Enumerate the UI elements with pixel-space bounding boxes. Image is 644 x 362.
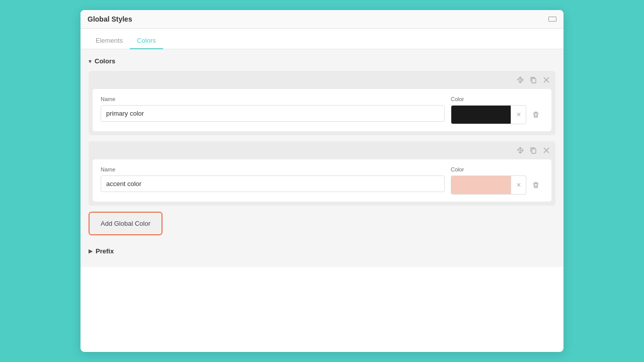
tab-bar: Elements Colors bbox=[80, 29, 564, 49]
name-input-1[interactable] bbox=[101, 175, 445, 192]
prefix-chevron[interactable]: ▶ bbox=[89, 248, 93, 254]
minimize-button[interactable] bbox=[548, 17, 556, 22]
svg-rect-0 bbox=[532, 78, 536, 83]
colors-chevron[interactable]: ▾ bbox=[89, 58, 92, 65]
prefix-title: Prefix bbox=[96, 247, 114, 255]
fields-row-1: Name Color ✕ bbox=[101, 166, 543, 195]
x-svg-1 bbox=[543, 147, 550, 154]
copy-svg-1 bbox=[530, 147, 537, 154]
x-svg bbox=[543, 76, 550, 83]
svg-rect-1 bbox=[532, 149, 536, 153]
color-label-1: Color bbox=[451, 166, 543, 172]
color-wrapper-0: ✕ bbox=[451, 105, 543, 124]
color-field-group-1: Color ✕ bbox=[451, 166, 543, 195]
panel-title: Global Styles bbox=[88, 15, 132, 23]
color-clear-btn-0[interactable]: ✕ bbox=[511, 105, 526, 124]
move-svg bbox=[517, 76, 524, 83]
name-label-0: Name bbox=[101, 96, 445, 102]
color-field-group-0: Color ✕ bbox=[451, 96, 543, 124]
card-toolbar-1 bbox=[93, 145, 551, 155]
tab-elements[interactable]: Elements bbox=[89, 33, 130, 49]
prefix-section: ▶ Prefix bbox=[89, 243, 555, 259]
name-field-group-1: Name bbox=[101, 166, 445, 192]
copy-svg bbox=[530, 76, 537, 83]
panel-titlebar: Global Styles bbox=[80, 10, 564, 29]
color-card-0: Name Color ✕ bbox=[89, 71, 555, 135]
color-label-0: Color bbox=[451, 96, 543, 102]
global-styles-panel: Global Styles Elements Colors ▾ Colors bbox=[80, 10, 564, 352]
color-wrapper-1: ✕ bbox=[451, 175, 543, 195]
card-content-1: Name Color ✕ bbox=[93, 159, 551, 202]
color-swatch-1[interactable] bbox=[451, 175, 511, 195]
color-delete-btn-0[interactable] bbox=[528, 105, 543, 124]
fields-row-0: Name Color ✕ bbox=[101, 96, 543, 124]
color-swatch-0[interactable] bbox=[451, 105, 511, 124]
card-toolbar-0 bbox=[93, 75, 551, 85]
color-card-1: Name Color ✕ bbox=[89, 141, 555, 206]
close-icon-1[interactable] bbox=[541, 145, 551, 155]
name-label-1: Name bbox=[101, 166, 445, 172]
trash-svg-1 bbox=[532, 182, 539, 189]
colors-section-header: ▾ Colors bbox=[89, 57, 555, 65]
trash-svg-0 bbox=[532, 111, 539, 118]
copy-icon-1[interactable] bbox=[528, 145, 538, 155]
colors-section-title: Colors bbox=[95, 57, 115, 65]
color-delete-btn-1[interactable] bbox=[528, 175, 543, 195]
move-icon-1[interactable] bbox=[515, 145, 525, 155]
panel-body: ▾ Colors bbox=[80, 49, 564, 267]
move-svg-1 bbox=[517, 147, 524, 154]
move-icon-0[interactable] bbox=[515, 75, 525, 85]
close-icon-0[interactable] bbox=[541, 75, 551, 85]
name-field-group-0: Name bbox=[101, 96, 445, 122]
add-global-color-button[interactable]: Add Global Color bbox=[89, 212, 163, 235]
color-clear-btn-1[interactable]: ✕ bbox=[511, 175, 526, 195]
tab-colors[interactable]: Colors bbox=[130, 33, 163, 49]
name-input-0[interactable] bbox=[101, 105, 445, 122]
card-content-0: Name Color ✕ bbox=[93, 89, 551, 131]
copy-icon-0[interactable] bbox=[528, 75, 538, 85]
